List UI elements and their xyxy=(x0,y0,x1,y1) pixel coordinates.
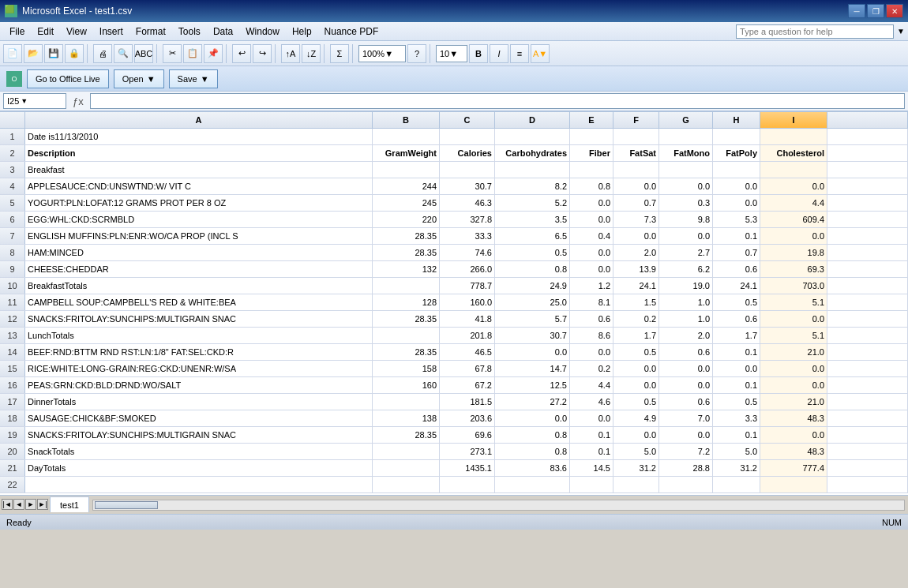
cell-7-I[interactable]: 0.0 xyxy=(760,228,827,244)
cell-11-A[interactable]: CAMPBELL SOUP:CAMPBELL'S RED & WHITE:BEA xyxy=(25,294,373,310)
cell-18-F[interactable]: 4.9 xyxy=(613,410,659,426)
cell-5-H[interactable]: 0.0 xyxy=(713,195,760,211)
cell-3-F[interactable] xyxy=(613,162,659,178)
cell-13-D[interactable]: 30.7 xyxy=(495,328,570,343)
tab-prev-button[interactable]: ◄ xyxy=(13,499,24,510)
cell-10-F[interactable]: 24.1 xyxy=(613,278,659,294)
cell-18-D[interactable]: 0.0 xyxy=(495,410,570,426)
cell-1-E[interactable] xyxy=(570,129,613,144)
cell-11-I[interactable]: 5.1 xyxy=(760,294,827,310)
cell-1-D[interactable] xyxy=(495,129,570,144)
cell-19-I[interactable]: 0.0 xyxy=(760,427,827,443)
cell-13-B[interactable] xyxy=(373,328,440,343)
cell-18-G[interactable]: 7.0 xyxy=(659,410,713,426)
cell-20-B[interactable] xyxy=(373,444,440,459)
cell-20-C[interactable]: 273.1 xyxy=(440,444,495,459)
col-header-f[interactable]: F xyxy=(613,112,659,128)
cell-17-F[interactable]: 0.5 xyxy=(613,394,659,410)
cell-9-A[interactable]: CHEESE:CHEDDAR xyxy=(25,261,373,277)
cell-3-E[interactable] xyxy=(570,162,613,178)
cell-22-I[interactable] xyxy=(760,477,827,492)
cell-12-D[interactable]: 5.7 xyxy=(495,311,570,327)
menu-tools[interactable]: Tools xyxy=(172,24,207,39)
help-btn[interactable]: ? xyxy=(407,44,426,63)
cell-1-G[interactable] xyxy=(659,129,713,144)
cell-15-A[interactable]: RICE:WHITE:LONG-GRAIN:REG:CKD:UNENR:W/SA xyxy=(25,361,373,376)
cell-11-H[interactable]: 0.5 xyxy=(713,294,760,310)
col-header-i[interactable]: I xyxy=(760,112,827,128)
cell-12-F[interactable]: 0.2 xyxy=(613,311,659,327)
cell-10-E[interactable]: 1.2 xyxy=(570,278,613,294)
cell-4-I[interactable]: 0.0 xyxy=(760,178,827,194)
spell-button[interactable]: ABC xyxy=(134,44,153,63)
cell-17-G[interactable]: 0.6 xyxy=(659,394,713,410)
cell-20-E[interactable]: 0.1 xyxy=(570,444,613,459)
cell-21-A[interactable]: DayTotals xyxy=(25,460,373,476)
cell-8-G[interactable]: 2.7 xyxy=(659,245,713,260)
cell-5-F[interactable]: 0.7 xyxy=(613,195,659,211)
cell-3-H[interactable] xyxy=(713,162,760,178)
cell-3-C[interactable] xyxy=(440,162,495,178)
cell-21-B[interactable] xyxy=(373,460,440,476)
cell-3-I[interactable] xyxy=(760,162,827,178)
cell-15-C[interactable]: 67.8 xyxy=(440,361,495,376)
cell-3-A[interactable]: Breakfast xyxy=(25,162,373,178)
minimize-button[interactable]: ─ xyxy=(848,4,865,18)
paste-button[interactable]: 📌 xyxy=(204,44,223,63)
cell-15-D[interactable]: 14.7 xyxy=(495,361,570,376)
cell-4-B[interactable]: 244 xyxy=(373,178,440,194)
cell-19-H[interactable]: 0.1 xyxy=(713,427,760,443)
cell-12-I[interactable]: 0.0 xyxy=(760,311,827,327)
cell-7-E[interactable]: 0.4 xyxy=(570,228,613,244)
cell-15-H[interactable]: 0.0 xyxy=(713,361,760,376)
cell-18-A[interactable]: SAUSAGE:CHICK&BF:SMOKED xyxy=(25,410,373,426)
cell-21-E[interactable]: 14.5 xyxy=(570,460,613,476)
cell-5-D[interactable]: 5.2 xyxy=(495,195,570,211)
cell-20-H[interactable]: 5.0 xyxy=(713,444,760,459)
cell-10-B[interactable] xyxy=(373,278,440,294)
cell-10-H[interactable]: 24.1 xyxy=(713,278,760,294)
cell-10-I[interactable]: 703.0 xyxy=(760,278,827,294)
cell-19-G[interactable]: 0.0 xyxy=(659,427,713,443)
cell-8-I[interactable]: 19.8 xyxy=(760,245,827,260)
cell-22-E[interactable] xyxy=(570,477,613,492)
cell-2-E[interactable]: Fiber xyxy=(570,145,613,161)
cell-3-G[interactable] xyxy=(659,162,713,178)
cell-21-G[interactable]: 28.8 xyxy=(659,460,713,476)
cell-2-H[interactable]: FatPoly xyxy=(713,145,760,161)
undo-button[interactable]: ↩ xyxy=(232,44,251,63)
cell-16-D[interactable]: 12.5 xyxy=(495,377,570,393)
cell-4-F[interactable]: 0.0 xyxy=(613,178,659,194)
cell-2-B[interactable]: GramWeight xyxy=(373,145,440,161)
cell-1-A[interactable]: Date is11/13/2010 xyxy=(25,129,373,144)
menu-format[interactable]: Format xyxy=(129,24,172,39)
cell-2-F[interactable]: FatSat xyxy=(613,145,659,161)
office-live-button[interactable]: Go to Office Live xyxy=(27,69,109,88)
cell-22-A[interactable] xyxy=(25,477,373,492)
tab-last-button[interactable]: ►| xyxy=(37,499,48,510)
cell-19-A[interactable]: SNACKS:FRITOLAY:SUNCHIPS:MULTIGRAIN SNAC xyxy=(25,427,373,443)
menu-window[interactable]: Window xyxy=(239,24,286,39)
cell-22-D[interactable] xyxy=(495,477,570,492)
col-header-d[interactable]: D xyxy=(495,112,570,128)
permission-button[interactable]: 🔒 xyxy=(65,44,84,63)
cell-6-F[interactable]: 7.3 xyxy=(613,212,659,227)
cell-4-H[interactable]: 0.0 xyxy=(713,178,760,194)
cell-12-B[interactable]: 28.35 xyxy=(373,311,440,327)
cell-17-E[interactable]: 4.6 xyxy=(570,394,613,410)
cell-7-G[interactable]: 0.0 xyxy=(659,228,713,244)
cell-10-A[interactable]: BreakfastTotals xyxy=(25,278,373,294)
close-button[interactable]: ✕ xyxy=(886,4,903,18)
sheet-tab-test1[interactable]: test1 xyxy=(50,496,89,512)
cell-12-H[interactable]: 0.6 xyxy=(713,311,760,327)
cell-10-G[interactable]: 19.0 xyxy=(659,278,713,294)
col-header-c[interactable]: C xyxy=(440,112,495,128)
cell-5-G[interactable]: 0.3 xyxy=(659,195,713,211)
cell-9-E[interactable]: 0.0 xyxy=(570,261,613,277)
cell-13-H[interactable]: 1.7 xyxy=(713,328,760,343)
cell-9-I[interactable]: 69.3 xyxy=(760,261,827,277)
cell-22-H[interactable] xyxy=(713,477,760,492)
cell-18-E[interactable]: 0.0 xyxy=(570,410,613,426)
new-button[interactable]: 📄 xyxy=(3,44,22,63)
cell-21-I[interactable]: 777.4 xyxy=(760,460,827,476)
